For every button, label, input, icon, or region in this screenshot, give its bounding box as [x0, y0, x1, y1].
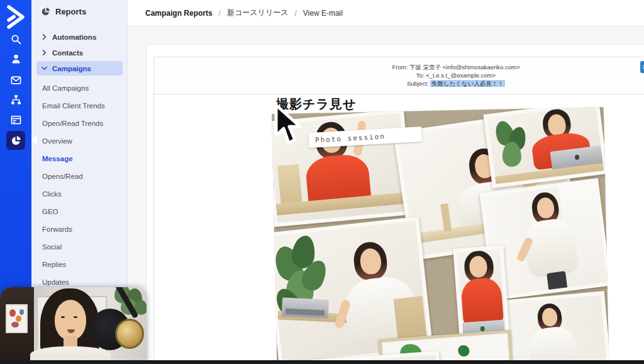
sidebar-section-automations[interactable]: Automations — [31, 29, 128, 45]
chevron-right-icon — [42, 50, 47, 55]
sidebar-pointer-caret — [31, 135, 37, 145]
breadcrumb-campaign-reports[interactable]: Campaign Reports — [145, 9, 213, 18]
reports-icon[interactable] — [6, 131, 25, 150]
laptop — [282, 297, 329, 319]
email-to-label: To: — [416, 72, 425, 79]
chevron-right-icon — [42, 34, 47, 40]
chevron-down-icon — [42, 65, 47, 71]
forms-icon[interactable] — [0, 111, 31, 128]
webcam-overlay — [0, 287, 147, 364]
main-content: From: 下坂 栄里子 <info@shimosakaeriko.com> T… — [128, 26, 644, 364]
automations-icon[interactable] — [0, 91, 31, 108]
sidebar-section-campaigns[interactable]: Campaigns — [36, 61, 123, 76]
sidebar-item-open-read-trends[interactable]: Open/Read Trends — [31, 115, 128, 132]
sidebar-section-contacts[interactable]: Contacts — [31, 45, 128, 60]
person-figure — [487, 107, 596, 118]
photo-collage-image: Photo session — [272, 107, 609, 364]
wall-art — [6, 304, 28, 333]
sidebar-item-opens-read[interactable]: Opens/Read — [31, 168, 128, 185]
email-subject-value: 失敗したくない人必見！！ — [430, 80, 505, 87]
breadcrumb-separator: / — [219, 9, 221, 18]
chair — [277, 164, 303, 207]
campaigns-submenu: All Campaigns Email Client Trends Open/R… — [31, 79, 128, 291]
sidebar-item-geo[interactable]: GEO — [31, 203, 128, 220]
sidebar-item-email-client-trends[interactable]: Email Client Trends — [31, 97, 128, 115]
app-window: Reports Automations Contacts Campaigns A… — [0, 0, 644, 364]
topbar: Campaign Reports / 新コースリリース / View E-mai… — [128, 0, 644, 26]
sidebar-item-forwards[interactable]: Forwards — [31, 220, 128, 238]
plant — [487, 107, 596, 118]
sidebar-title: Reports — [55, 7, 86, 16]
breadcrumb-view-email: View E-mail — [303, 9, 343, 18]
bottom-video-bar — [0, 360, 644, 364]
sidebar-item-overview[interactable]: Overview — [31, 132, 128, 150]
collage-photo-red-macbook — [483, 107, 608, 188]
campaigns-icon[interactable] — [0, 71, 31, 89]
sidebar-item-clicks[interactable]: Clicks — [31, 185, 128, 203]
sidebar-item-social[interactable]: Social — [31, 238, 128, 256]
mouse-cursor — [271, 103, 303, 147]
email-to-value: <_t.e.s.t_@example.com> — [426, 72, 496, 79]
browser-extension-icon[interactable] — [640, 61, 644, 73]
email-body: 撮影チラ見せ — [154, 94, 644, 364]
sidebar-item-all-campaigns[interactable]: All Campaigns — [31, 79, 128, 97]
reports-pie-icon — [41, 7, 50, 16]
breadcrumb-campaign-name[interactable]: 新コースリリース — [227, 8, 288, 18]
email-from-value: 下坂 栄里子 <info@shimosakaeriko.com> — [409, 64, 519, 71]
chair — [440, 203, 452, 232]
sidebar-item-message[interactable]: Message — [31, 150, 128, 168]
email-from-label: From: — [392, 64, 408, 71]
breadcrumb-separator: / — [294, 9, 296, 18]
microphone — [115, 319, 144, 349]
email-meta-header: From: 下坂 栄里子 <info@shimosakaeriko.com> T… — [154, 57, 644, 94]
email-preview-frame: From: 下坂 栄里子 <info@shimosakaeriko.com> T… — [153, 57, 644, 364]
search-icon[interactable] — [0, 30, 31, 48]
email-subject-label: Subject: — [407, 80, 428, 87]
door — [0, 287, 34, 364]
email-meta-block: From: 下坂 栄里子 <info@shimosakaeriko.com> T… — [154, 63, 644, 88]
sidebar-header: Reports — [41, 7, 86, 16]
email-preview-card: From: 下坂 栄里子 <info@shimosakaeriko.com> T… — [146, 44, 644, 364]
activecampaign-logo[interactable] — [4, 4, 27, 28]
sidebar-item-replies[interactable]: Replies — [31, 256, 128, 273]
contacts-icon[interactable] — [0, 50, 31, 67]
person-figure — [457, 249, 500, 253]
